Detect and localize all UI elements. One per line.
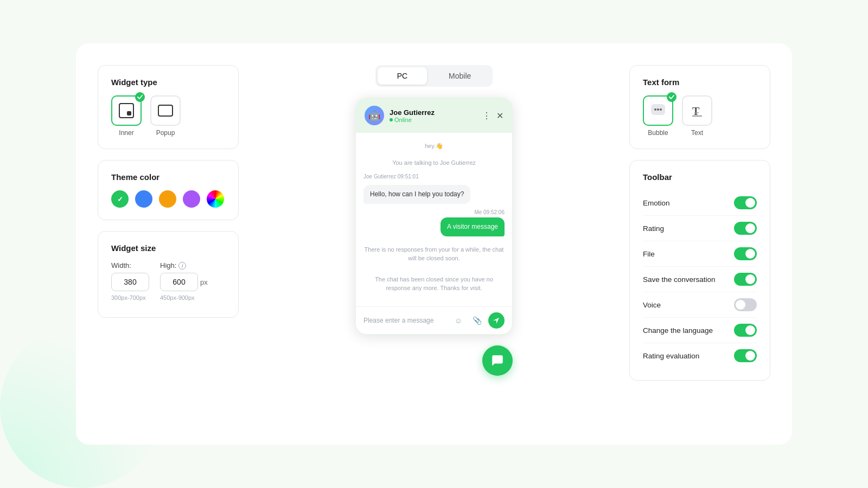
agent-timestamp: Joe Gutierrez 09:51:01 [363, 174, 419, 179]
agent-timestamp-row: Joe Gutierrez 09:51:01 [363, 174, 505, 179]
toolbar-item-voice: Voice [643, 292, 757, 318]
svg-point-1 [654, 108, 656, 111]
chat-input-placeholder[interactable]: Please enter a message [363, 317, 447, 324]
tab-mobile[interactable]: Mobile [429, 67, 490, 85]
toolbar-label-save-conversation: Save the conversation [643, 275, 716, 284]
toolbar-label-voice: Voice [643, 301, 661, 309]
color-purple[interactable] [183, 190, 200, 208]
toolbar-item-language: Change the language [643, 318, 757, 343]
toggle-rating-eval[interactable] [734, 349, 757, 362]
check-badge-bubble [667, 92, 676, 102]
more-icon[interactable]: ⋮ [482, 111, 491, 121]
floating-chat-button[interactable] [482, 345, 513, 376]
width-input-wrap [111, 273, 149, 291]
color-orange[interactable] [159, 190, 176, 208]
chat-input-icons: ☺ 📎 [451, 312, 505, 329]
widget-icon-inner[interactable] [111, 95, 142, 126]
center-panel: PC Mobile 🤖 Joe Gutierrez Online ⋮ ✕ [255, 65, 613, 376]
chat-talking-to: You are talking to Joe Gutierrez [363, 159, 505, 166]
color-options: ✓ [111, 190, 225, 208]
chat-closing-msg1: There is no responses from your for a wh… [363, 245, 505, 263]
size-row: Width: 300px-700px High: i px [111, 261, 225, 301]
check-badge-inner [135, 92, 145, 102]
bubble-label: Bubble [648, 129, 668, 137]
text-form-card: Text form Bubble [629, 65, 770, 149]
chat-input-bar: Please enter a message ☺ 📎 [356, 306, 512, 334]
toolbar-item-rating: Rating [643, 216, 757, 241]
toolbar-label-language: Change the language [643, 326, 713, 335]
height-input-wrap: px [160, 273, 208, 291]
visitor-row: Me 09:52:06 A visitor message [363, 209, 505, 236]
emoji-icon[interactable]: ☺ [451, 313, 465, 328]
toolbar-label-file: File [643, 250, 655, 258]
toolbar-label-rating: Rating [643, 224, 664, 233]
width-field: Width: 300px-700px [111, 261, 149, 301]
chat-body: hey.👋 You are talking to Joe Gutierrez J… [356, 133, 512, 306]
agent-bubble: Hello, how can I help you today? [363, 185, 470, 204]
visitor-bubble: A visitor message [441, 217, 505, 236]
text-form-bubble[interactable]: Bubble [643, 95, 673, 137]
svg-text:T: T [692, 105, 700, 117]
height-hint: 450px-900px [160, 294, 208, 301]
toggle-language[interactable] [734, 324, 757, 337]
popup-shape-icon [158, 105, 173, 117]
size-unit: px [200, 278, 208, 286]
widget-type-card: Widget type Inner [98, 65, 239, 149]
color-blue[interactable] [135, 190, 152, 208]
toggle-emotion[interactable] [734, 196, 757, 209]
color-green[interactable]: ✓ [111, 190, 129, 208]
attach-icon[interactable]: 📎 [470, 313, 484, 328]
svg-point-2 [657, 108, 659, 111]
color-rainbow[interactable] [207, 190, 224, 208]
text-form-text[interactable]: T Text [682, 95, 712, 137]
agent-info: Joe Gutierrez Online [390, 108, 477, 123]
bubble-icon-box[interactable] [643, 95, 673, 126]
widget-icon-popup[interactable] [150, 95, 181, 126]
chat-closing-msg2: The chat has been closed since you have … [363, 275, 505, 293]
width-hint: 300px-700px [111, 294, 149, 301]
text-label: Text [691, 129, 703, 137]
theme-color-title: Theme color [111, 172, 225, 182]
height-label: High: i [160, 261, 208, 269]
device-tabs: PC Mobile [375, 65, 493, 87]
widget-type-title: Widget type [111, 78, 225, 87]
tab-pc[interactable]: PC [378, 67, 427, 85]
agent-status: Online [390, 117, 477, 123]
inner-shape-icon [119, 103, 134, 118]
svg-point-3 [660, 108, 662, 111]
send-button[interactable] [488, 312, 505, 329]
visitor-meta: Me 09:52:06 [474, 209, 505, 215]
widget-option-popup-label: Popup [156, 129, 175, 137]
toggle-save-conversation[interactable] [734, 273, 757, 286]
toolbar-list: Emotion Rating File Save the conversatio… [643, 190, 757, 368]
toggle-file[interactable] [734, 247, 757, 260]
widget-option-popup[interactable]: Popup [150, 95, 181, 137]
width-input[interactable] [111, 273, 149, 291]
toolbar-item-save-conversation: Save the conversation [643, 267, 757, 292]
widget-size-card: Widget size Width: 300px-700px High: i [98, 231, 239, 318]
toolbar-card: Toolbar Emotion Rating File [629, 160, 770, 381]
widget-option-inner[interactable]: Inner [111, 95, 142, 137]
toggle-voice[interactable] [734, 298, 757, 311]
toolbar-label-rating-eval: Rating evaluation [643, 352, 699, 360]
toolbar-title: Toolbar [643, 172, 757, 182]
widget-type-options: Inner Popup [111, 95, 225, 137]
chat-greeting: hey.👋 [363, 143, 505, 150]
close-icon[interactable]: ✕ [496, 111, 503, 121]
chat-header: 🤖 Joe Gutierrez Online ⋮ ✕ [356, 98, 512, 133]
info-icon: i [178, 262, 186, 269]
left-panel: Widget type Inner [98, 65, 239, 318]
theme-color-card: Theme color ✓ [98, 160, 239, 220]
width-label: Width: [111, 261, 149, 269]
text-form-options: Bubble T Text [643, 95, 757, 137]
toolbar-item-rating-eval: Rating evaluation [643, 343, 757, 368]
height-input[interactable] [160, 273, 198, 291]
widget-size-title: Widget size [111, 243, 225, 253]
toolbar-label-emotion: Emotion [643, 199, 670, 207]
toolbar-item-emotion: Emotion [643, 190, 757, 216]
toggle-rating[interactable] [734, 222, 757, 235]
text-icon-box[interactable]: T [682, 95, 712, 126]
agent-name: Joe Gutierrez [390, 108, 477, 117]
chat-widget-preview: 🤖 Joe Gutierrez Online ⋮ ✕ hey.👋 You are… [355, 98, 513, 335]
widget-option-inner-label: Inner [119, 129, 133, 137]
